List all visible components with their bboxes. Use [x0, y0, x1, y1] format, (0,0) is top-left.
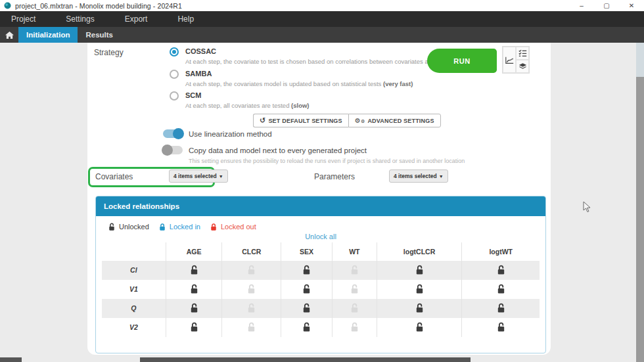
covariates-dropdown-value: 4 items selected: [173, 173, 217, 179]
set-default-settings-button[interactable]: ↺ SET DEFAULT SETTINGS: [253, 114, 348, 127]
window-title: project_06.mlxtran - Monolix model build…: [15, 2, 182, 10]
menu-item-settings[interactable]: Settings: [55, 11, 105, 27]
menu-bar: ProjectSettingsExportHelp: [0, 11, 644, 27]
mouse-cursor: [583, 201, 591, 214]
radio-icon[interactable]: [170, 47, 179, 57]
lock-cell-cl-sex[interactable]: [281, 261, 332, 280]
caret-down-icon: ▼: [219, 174, 223, 179]
strategy-option-description: At each step, all covariates are tested …: [185, 102, 310, 110]
lock-open-icon: [189, 322, 199, 332]
lock-cell-q-logtclcr[interactable]: [377, 299, 462, 318]
advanced-settings-label: ADVANCED SETTINGS: [367, 118, 434, 124]
run-button[interactable]: RUN: [427, 49, 497, 73]
lock-cell-v2-age[interactable]: [166, 318, 222, 337]
toggle-switch[interactable]: [163, 146, 183, 154]
lock-cell-cl-clcr[interactable]: [221, 261, 281, 280]
lock-open-icon: [350, 303, 359, 313]
toggle-knob: [162, 145, 173, 156]
horizontal-scrollbar-thumb[interactable]: [140, 357, 471, 362]
toggle-note: This setting ensures the possibility to …: [189, 158, 505, 164]
layers-button[interactable]: [516, 60, 529, 73]
lock-closed-icon: [158, 223, 166, 231]
lock-cell-cl-age[interactable]: [166, 261, 222, 280]
monolix-app-icon: [4, 2, 11, 9]
lock-open-icon: [415, 284, 425, 294]
layers-icon: [518, 62, 527, 70]
radio-icon[interactable]: [170, 70, 179, 79]
table-row-v2: V2: [102, 318, 540, 337]
legend-locked-in: Locked in: [158, 223, 200, 231]
lock-open-icon: [246, 265, 256, 275]
lock-cell-v1-age[interactable]: [166, 280, 222, 299]
lock-open-icon: [350, 265, 359, 275]
menu-item-help[interactable]: Help: [166, 11, 205, 27]
lock-cell-q-clcr[interactable]: [221, 299, 281, 318]
strategy-option-body: SCMAt each step, all covariates are test…: [185, 91, 310, 110]
maximize-icon[interactable]: ▢: [594, 0, 619, 11]
lock-open-icon: [189, 265, 199, 275]
parameters-dropdown[interactable]: 4 items selected ▼: [389, 170, 448, 183]
lock-cell-v1-logtwt[interactable]: [461, 280, 540, 299]
legend-label: Locked in: [170, 223, 200, 231]
lock-cell-cl-wt[interactable]: [332, 261, 377, 280]
lock-cell-v2-logtclcr[interactable]: [377, 318, 462, 337]
table-row-v1: V1: [102, 280, 540, 299]
toggle-label: Copy data and model next to every genera…: [189, 147, 367, 154]
task-list-button[interactable]: [516, 47, 529, 60]
lock-cell-q-wt[interactable]: [332, 299, 377, 318]
lock-cell-cl-logtclcr[interactable]: [377, 261, 462, 280]
lock-cell-v2-logtwt[interactable]: [461, 318, 540, 337]
lock-open-icon: [496, 303, 506, 313]
menu-item-export[interactable]: Export: [114, 11, 159, 27]
content-card: Strategy COSSACAt each step, the covaria…: [87, 43, 551, 355]
lock-open-icon: [496, 265, 506, 275]
plot-icon: [505, 56, 514, 64]
tab-initialization[interactable]: Initialization: [18, 27, 78, 43]
lock-cell-v1-logtclcr[interactable]: [377, 280, 462, 299]
lock-cell-q-logtwt[interactable]: [461, 299, 540, 318]
lock-cell-v1-wt[interactable]: [332, 280, 377, 299]
vertical-scrollbar-thumb[interactable]: [636, 77, 644, 362]
lock-cell-cl-logtwt[interactable]: [461, 261, 540, 280]
table-corner-cell: [102, 242, 166, 261]
tab-results[interactable]: Results: [78, 27, 121, 43]
menu-item-project[interactable]: Project: [0, 11, 47, 27]
lock-open-icon: [302, 265, 311, 275]
lock-open-icon: [189, 284, 199, 294]
home-tab[interactable]: [0, 27, 18, 43]
table-row-q: Q: [102, 299, 540, 318]
lock-open-icon: [496, 322, 506, 332]
table-row-cl: Cl: [102, 261, 540, 280]
toggle-switch[interactable]: [163, 129, 183, 138]
advanced-settings-button[interactable]: ⚙⚙ ADVANCED SETTINGS: [348, 114, 441, 127]
lock-cell-q-sex[interactable]: [281, 299, 332, 318]
lock-open-icon: [246, 322, 256, 332]
column-header-wt: WT: [332, 242, 377, 261]
covariates-dropdown[interactable]: 4 items selected ▼: [169, 170, 228, 183]
lock-cell-v2-clcr[interactable]: [221, 318, 281, 337]
column-header-sex: SEX: [281, 242, 332, 261]
strategy-option-scm[interactable]: SCMAt each step, all covariates are test…: [170, 91, 505, 110]
legend-unlocked: Unlocked: [108, 223, 149, 231]
lock-cell-v2-wt[interactable]: [332, 318, 377, 337]
legend-label: Locked out: [221, 223, 256, 231]
horizontal-scrollbar-left-segment[interactable]: [0, 357, 22, 362]
column-header-logtwt: logtWT: [461, 242, 540, 261]
lock-cell-v2-sex[interactable]: [281, 318, 332, 337]
radio-icon[interactable]: [170, 91, 179, 101]
close-icon[interactable]: ✕: [619, 0, 644, 11]
toggle-row-0: Use linearization method: [163, 129, 505, 138]
lock-cell-v1-clcr[interactable]: [221, 280, 281, 299]
lock-cell-v1-sex[interactable]: [281, 280, 332, 299]
strategy-option-name: SCM: [185, 91, 310, 100]
minimize-icon[interactable]: –: [569, 0, 594, 11]
unlock-all-link[interactable]: Unlock all: [96, 233, 545, 240]
lock-open-icon: [496, 284, 506, 294]
column-header-clcr: CLCR: [221, 242, 281, 261]
lock-legend: UnlockedLocked inLocked out: [96, 216, 545, 231]
lock-cell-q-age[interactable]: [166, 299, 222, 318]
strategy-option-body: SAMBAAt each step, the covariates model …: [185, 69, 413, 88]
toggle-knob: [173, 128, 184, 139]
plot-result-button[interactable]: [503, 47, 516, 73]
lock-open-icon: [415, 303, 425, 313]
